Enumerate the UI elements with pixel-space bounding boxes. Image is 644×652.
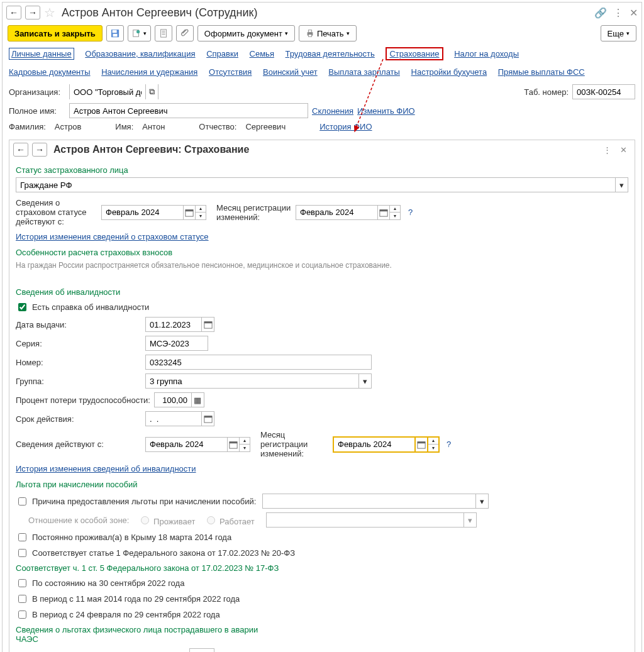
group-input[interactable] xyxy=(145,373,359,389)
more-menu-icon[interactable]: ⋮ xyxy=(613,7,623,19)
fio-history-link[interactable]: История ФИО xyxy=(319,122,372,131)
calendar-icon[interactable] xyxy=(415,437,428,452)
tab-education[interactable]: Образование, квалификация xyxy=(85,49,195,58)
has-cert-checkbox[interactable] xyxy=(18,303,26,311)
tab-military[interactable]: Воинский учет xyxy=(263,67,318,77)
benefit-reason-input[interactable] xyxy=(262,494,476,509)
create-document-button[interactable]: Оформить документ ▾ xyxy=(197,25,295,41)
spin-down[interactable]: ▾ xyxy=(428,445,438,451)
favorite-star-icon[interactable]: ☆ xyxy=(44,5,55,20)
spin-up[interactable]: ▴ xyxy=(240,438,250,445)
zone-input[interactable] xyxy=(266,512,464,528)
close-icon[interactable]: ✕ xyxy=(630,7,638,19)
tab-work[interactable]: Трудовая деятельность xyxy=(286,49,375,58)
opt3-label: В период с 24 февраля по 29 сентября 202… xyxy=(32,610,220,619)
insured-status-dropdown[interactable]: ▾ xyxy=(616,177,628,192)
org-open-button[interactable]: ⧉ xyxy=(145,84,158,99)
change-fio-link[interactable]: Изменить ФИО xyxy=(357,106,415,116)
tab-row-2: Кадровые документы Начисления и удержани… xyxy=(3,65,641,83)
spin-down[interactable]: ▾ xyxy=(390,213,400,219)
radio-lives xyxy=(141,516,149,524)
tab-no-input[interactable] xyxy=(572,84,635,99)
status-valid-from-input[interactable] xyxy=(101,205,183,220)
sub-more-icon[interactable]: ⋮ xyxy=(603,145,611,155)
declensions-link[interactable]: Склонения xyxy=(312,106,353,116)
calendar-icon[interactable] xyxy=(227,437,240,452)
link-icon[interactable]: 🔗 xyxy=(594,7,607,19)
save-and-close-button[interactable]: Записать и закрыть xyxy=(8,25,103,41)
group-dropdown[interactable]: ▾ xyxy=(359,373,372,389)
tab-salary[interactable]: Выплата зарплаты xyxy=(328,67,400,77)
nav-forward[interactable]: → xyxy=(25,6,40,19)
org-input[interactable] xyxy=(70,84,145,99)
spin-up[interactable]: ▴ xyxy=(196,206,206,213)
tab-fss[interactable]: Прямые выплаты ФСС xyxy=(498,67,585,77)
save-button[interactable] xyxy=(106,25,124,41)
reg-month2-label: Месяц регистрации изменений: xyxy=(260,430,330,458)
attachment-button[interactable] xyxy=(176,25,194,41)
crimea-checkbox[interactable] xyxy=(18,533,26,541)
calendar-icon[interactable] xyxy=(202,411,214,426)
calendar-icon[interactable] xyxy=(377,205,390,220)
opt1-checkbox[interactable] xyxy=(18,579,26,587)
tab-row-1: Личные данные Образование, квалификация … xyxy=(3,44,641,65)
surname-value: Астров xyxy=(55,122,82,131)
calculator-icon[interactable]: ▦ xyxy=(192,392,204,407)
svg-rect-14 xyxy=(186,210,193,212)
benefit-reason-checkbox[interactable] xyxy=(18,497,26,506)
sub-close-icon[interactable]: ✕ xyxy=(620,145,627,155)
sub-nav-forward[interactable]: → xyxy=(32,143,47,157)
issue-date-input[interactable] xyxy=(145,317,202,332)
crimea-label: Постоянно проживал(а) в Крыму 18 марта 2… xyxy=(32,533,231,542)
extra-days-input[interactable] xyxy=(189,648,214,652)
info-from-input[interactable] xyxy=(145,437,227,452)
spin-down[interactable]: ▾ xyxy=(240,445,250,451)
tab-family[interactable]: Семья xyxy=(250,49,274,58)
art1-checkbox[interactable] xyxy=(18,549,26,557)
help-icon[interactable]: ? xyxy=(408,207,413,217)
disability-history-link[interactable]: История изменения сведений об инвалиднос… xyxy=(16,464,196,473)
insured-status-input[interactable] xyxy=(16,177,616,192)
tab-personal[interactable]: Личные данные xyxy=(9,48,74,60)
sub-title: Астров Антон Сергеевич: Страхование xyxy=(53,144,599,155)
calendar-icon[interactable] xyxy=(202,317,214,332)
tab-absences[interactable]: Отсутствия xyxy=(209,67,252,77)
opt2-checkbox[interactable] xyxy=(18,595,26,603)
validity-input[interactable] xyxy=(145,411,202,426)
reg-month-input[interactable] xyxy=(296,205,377,220)
number-input[interactable] xyxy=(145,355,372,370)
more-button[interactable]: Еще ▾ xyxy=(601,25,636,41)
spin-up[interactable]: ▴ xyxy=(390,206,400,213)
document-button[interactable] xyxy=(155,25,172,41)
opt3-checkbox[interactable] xyxy=(18,611,26,619)
help-icon[interactable]: ? xyxy=(447,439,451,449)
tab-insurance[interactable]: Страхование xyxy=(386,47,443,60)
benefit-reason-dropdown[interactable]: ▾ xyxy=(476,494,489,509)
tab-accounting[interactable]: Настройки бухучета xyxy=(411,67,487,77)
reg-month2-input[interactable] xyxy=(333,437,415,452)
calendar-icon[interactable] xyxy=(183,205,196,220)
art1-label: Соответствует статье 1 Федерального зако… xyxy=(32,548,295,558)
file-dropdown-button[interactable]: ▾ xyxy=(128,25,151,41)
svg-rect-10 xyxy=(308,30,311,33)
percent-input[interactable] xyxy=(154,392,192,407)
svg-rect-20 xyxy=(204,416,211,418)
fullname-input[interactable] xyxy=(69,103,308,118)
sub-nav-back[interactable]: ← xyxy=(13,143,28,157)
tab-tax[interactable]: Налог на доходы xyxy=(454,49,519,58)
zone-dropdown[interactable]: ▾ xyxy=(464,512,477,528)
svg-rect-24 xyxy=(418,442,425,444)
status-history-link[interactable]: История изменения сведений о страховом с… xyxy=(16,232,209,241)
nav-back[interactable]: ← xyxy=(6,6,21,19)
validity-label: Срок действия: xyxy=(16,414,142,424)
spin-up[interactable]: ▴ xyxy=(428,438,438,445)
spin-down[interactable]: ▾ xyxy=(196,213,206,219)
tab-accruals[interactable]: Начисления и удержания xyxy=(101,67,197,77)
print-button[interactable]: Печать ▾ xyxy=(299,25,357,41)
series-input[interactable] xyxy=(145,336,208,351)
reg-month-label: Месяц регистрации изменений: xyxy=(216,203,292,222)
tab-references[interactable]: Справки xyxy=(206,49,238,58)
art5-section: Соответствует ч. 1 ст. 5 Федерального за… xyxy=(16,561,628,575)
svg-rect-22 xyxy=(230,442,237,444)
tab-hr-docs[interactable]: Кадровые документы xyxy=(9,67,91,77)
